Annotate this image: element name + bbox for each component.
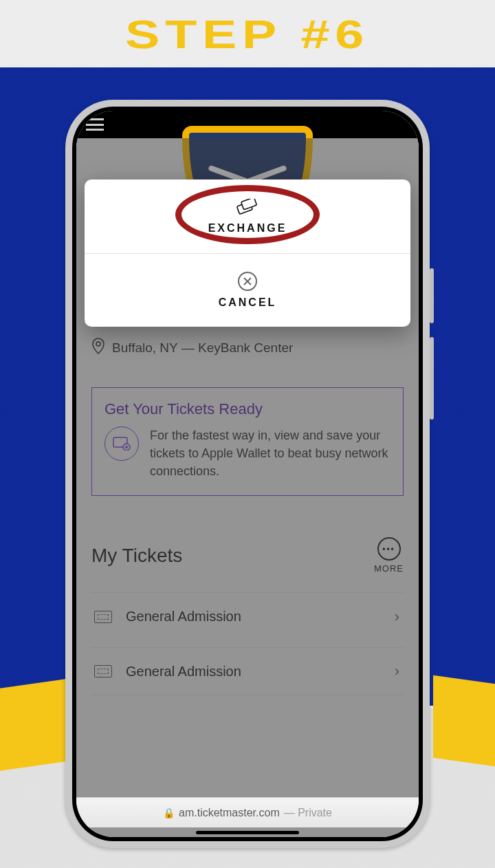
exchange-tickets-icon [236,199,259,217]
phone-screen: Buffalo, NY — KeyBank Center Get Your Ti… [76,111,419,837]
svg-rect-6 [241,199,257,210]
safari-private-label: — Private [284,807,332,819]
background-yellow-accent-right [433,675,495,767]
app-content: Buffalo, NY — KeyBank Center Get Your Ti… [76,138,419,837]
safari-address-bar[interactable]: 🔒 am.ticketmaster.com — Private [76,797,419,827]
hamburger-menu-icon[interactable] [86,118,104,131]
phone-frame: Buffalo, NY — KeyBank Center Get Your Ti… [65,100,430,848]
instruction-header: STEP #6 [0,0,495,67]
phone-side-button [430,337,434,420]
close-x-icon [238,272,257,291]
action-sheet-modal: EXCHANGE CANCEL [85,180,410,327]
home-indicator[interactable] [196,831,299,834]
phone-side-button [430,268,434,323]
exchange-button[interactable]: EXCHANGE [85,180,410,253]
exchange-label: EXCHANGE [208,222,287,235]
cancel-label: CANCEL [219,296,277,309]
lock-icon: 🔒 [163,807,175,818]
cancel-button[interactable]: CANCEL [85,253,410,327]
safari-domain: am.ticketmaster.com [179,807,280,819]
step-title: STEP #6 [125,11,369,57]
